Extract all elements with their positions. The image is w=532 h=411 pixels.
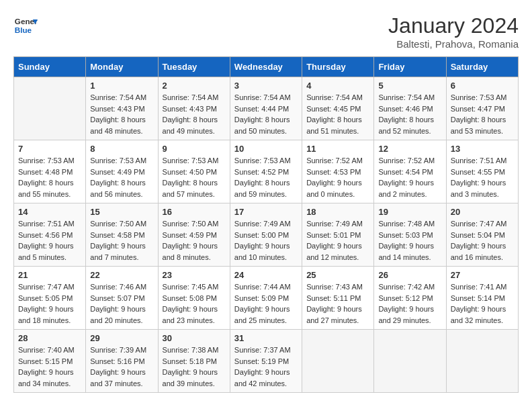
- day-info: Sunrise: 7:49 AM Sunset: 5:01 PM Dayligh…: [306, 218, 369, 263]
- day-info: Sunrise: 7:51 AM Sunset: 4:56 PM Dayligh…: [18, 218, 81, 263]
- day-info: Sunrise: 7:48 AM Sunset: 5:03 PM Dayligh…: [378, 218, 441, 263]
- calendar-cell: 14Sunrise: 7:51 AM Sunset: 4:56 PM Dayli…: [14, 203, 86, 267]
- day-number: 14: [18, 207, 81, 217]
- day-info: Sunrise: 7:54 AM Sunset: 4:45 PM Dayligh…: [306, 92, 369, 136]
- header-saturday: Saturday: [446, 57, 518, 77]
- day-number: 4: [306, 81, 369, 91]
- day-info: Sunrise: 7:42 AM Sunset: 5:12 PM Dayligh…: [378, 281, 441, 326]
- day-number: 22: [90, 270, 153, 280]
- day-number: 6: [451, 81, 514, 91]
- day-number: 12: [378, 144, 441, 154]
- day-info: Sunrise: 7:53 AM Sunset: 4:47 PM Dayligh…: [451, 92, 514, 136]
- day-info: Sunrise: 7:46 AM Sunset: 5:07 PM Dayligh…: [90, 281, 153, 326]
- calendar-week-row: 7Sunrise: 7:53 AM Sunset: 4:48 PM Daylig…: [14, 140, 519, 203]
- day-info: Sunrise: 7:52 AM Sunset: 4:54 PM Dayligh…: [378, 155, 441, 199]
- day-info: Sunrise: 7:49 AM Sunset: 5:00 PM Dayligh…: [234, 218, 298, 263]
- calendar-cell: 26Sunrise: 7:42 AM Sunset: 5:12 PM Dayli…: [374, 267, 446, 330]
- day-number: 8: [90, 144, 153, 154]
- calendar-cell: 13Sunrise: 7:51 AM Sunset: 4:55 PM Dayli…: [446, 140, 518, 203]
- header-friday: Friday: [374, 57, 446, 77]
- calendar-cell: 28Sunrise: 7:40 AM Sunset: 5:15 PM Dayli…: [14, 330, 86, 393]
- day-number: 3: [234, 81, 298, 91]
- calendar-cell: 20Sunrise: 7:47 AM Sunset: 5:04 PM Dayli…: [446, 203, 518, 267]
- day-number: 28: [18, 333, 81, 343]
- calendar-week-row: 1Sunrise: 7:54 AM Sunset: 4:43 PM Daylig…: [14, 77, 519, 140]
- day-info: Sunrise: 7:43 AM Sunset: 5:11 PM Dayligh…: [306, 281, 369, 326]
- calendar-week-row: 28Sunrise: 7:40 AM Sunset: 5:15 PM Dayli…: [14, 330, 519, 393]
- day-number: 7: [18, 144, 81, 154]
- calendar-cell: 3Sunrise: 7:54 AM Sunset: 4:44 PM Daylig…: [230, 77, 302, 140]
- calendar-table: SundayMondayTuesdayWednesdayThursdayFrid…: [13, 56, 519, 393]
- calendar-cell: 17Sunrise: 7:49 AM Sunset: 5:00 PM Dayli…: [230, 203, 302, 267]
- day-info: Sunrise: 7:54 AM Sunset: 4:43 PM Dayligh…: [90, 92, 153, 136]
- day-info: Sunrise: 7:51 AM Sunset: 4:55 PM Dayligh…: [451, 155, 514, 199]
- calendar-cell: 24Sunrise: 7:44 AM Sunset: 5:09 PM Dayli…: [230, 267, 302, 330]
- title-section: January 2024 Baltesti, Prahova, Romania: [388, 13, 519, 50]
- calendar-cell: [446, 330, 518, 393]
- day-info: Sunrise: 7:50 AM Sunset: 4:59 PM Dayligh…: [163, 218, 226, 263]
- calendar-week-row: 14Sunrise: 7:51 AM Sunset: 4:56 PM Dayli…: [14, 203, 519, 267]
- location-subtitle: Baltesti, Prahova, Romania: [388, 38, 519, 50]
- calendar-cell: 5Sunrise: 7:54 AM Sunset: 4:46 PM Daylig…: [374, 77, 446, 140]
- calendar-cell: 7Sunrise: 7:53 AM Sunset: 4:48 PM Daylig…: [14, 140, 86, 203]
- calendar-cell: 9Sunrise: 7:53 AM Sunset: 4:50 PM Daylig…: [158, 140, 230, 203]
- calendar-cell: 6Sunrise: 7:53 AM Sunset: 4:47 PM Daylig…: [446, 77, 518, 140]
- day-number: 19: [378, 207, 441, 217]
- calendar-cell: 23Sunrise: 7:45 AM Sunset: 5:08 PM Dayli…: [158, 267, 230, 330]
- day-info: Sunrise: 7:47 AM Sunset: 5:04 PM Dayligh…: [451, 218, 514, 263]
- calendar-cell: 11Sunrise: 7:52 AM Sunset: 4:53 PM Dayli…: [302, 140, 374, 203]
- day-info: Sunrise: 7:53 AM Sunset: 4:50 PM Dayligh…: [163, 155, 226, 199]
- day-info: Sunrise: 7:54 AM Sunset: 4:46 PM Dayligh…: [378, 92, 441, 136]
- day-number: 5: [378, 81, 441, 91]
- day-info: Sunrise: 7:44 AM Sunset: 5:09 PM Dayligh…: [234, 281, 298, 326]
- calendar-cell: 16Sunrise: 7:50 AM Sunset: 4:59 PM Dayli…: [158, 203, 230, 267]
- day-number: 27: [451, 270, 514, 280]
- day-info: Sunrise: 7:47 AM Sunset: 5:05 PM Dayligh…: [18, 281, 81, 326]
- calendar-cell: 2Sunrise: 7:54 AM Sunset: 4:43 PM Daylig…: [158, 77, 230, 140]
- day-number: 17: [234, 207, 298, 217]
- header-wednesday: Wednesday: [230, 57, 302, 77]
- day-info: Sunrise: 7:38 AM Sunset: 5:18 PM Dayligh…: [163, 345, 226, 389]
- calendar-cell: 18Sunrise: 7:49 AM Sunset: 5:01 PM Dayli…: [302, 203, 374, 267]
- calendar-cell: 19Sunrise: 7:48 AM Sunset: 5:03 PM Dayli…: [374, 203, 446, 267]
- day-number: 26: [378, 270, 441, 280]
- month-title: January 2024: [388, 13, 519, 38]
- calendar-cell: 10Sunrise: 7:53 AM Sunset: 4:52 PM Dayli…: [230, 140, 302, 203]
- calendar-cell: [302, 330, 374, 393]
- calendar-header-row: SundayMondayTuesdayWednesdayThursdayFrid…: [14, 57, 519, 77]
- day-number: 11: [306, 144, 369, 154]
- calendar-week-row: 21Sunrise: 7:47 AM Sunset: 5:05 PM Dayli…: [14, 267, 519, 330]
- day-info: Sunrise: 7:37 AM Sunset: 5:19 PM Dayligh…: [234, 345, 298, 389]
- day-info: Sunrise: 7:40 AM Sunset: 5:15 PM Dayligh…: [18, 345, 81, 389]
- day-number: 31: [234, 333, 298, 343]
- day-number: 21: [18, 270, 81, 280]
- header-monday: Monday: [86, 57, 158, 77]
- day-number: 30: [163, 333, 226, 343]
- day-number: 15: [90, 207, 153, 217]
- calendar-cell: 15Sunrise: 7:50 AM Sunset: 4:58 PM Dayli…: [86, 203, 158, 267]
- calendar-cell: 1Sunrise: 7:54 AM Sunset: 4:43 PM Daylig…: [86, 77, 158, 140]
- calendar-cell: 27Sunrise: 7:41 AM Sunset: 5:14 PM Dayli…: [446, 267, 518, 330]
- day-number: 10: [234, 144, 298, 154]
- calendar-cell: [374, 330, 446, 393]
- day-info: Sunrise: 7:54 AM Sunset: 4:43 PM Dayligh…: [163, 92, 226, 136]
- calendar-cell: 29Sunrise: 7:39 AM Sunset: 5:16 PM Dayli…: [86, 330, 158, 393]
- logo-icon: General Blue: [13, 13, 38, 38]
- day-number: 18: [306, 207, 369, 217]
- day-number: 23: [163, 270, 226, 280]
- day-number: 24: [234, 270, 298, 280]
- day-info: Sunrise: 7:45 AM Sunset: 5:08 PM Dayligh…: [163, 281, 226, 326]
- day-number: 25: [306, 270, 369, 280]
- logo: General Blue: [13, 13, 38, 38]
- svg-text:Blue: Blue: [15, 26, 32, 34]
- day-number: 9: [163, 144, 226, 154]
- day-info: Sunrise: 7:39 AM Sunset: 5:16 PM Dayligh…: [90, 345, 153, 389]
- calendar-cell: 21Sunrise: 7:47 AM Sunset: 5:05 PM Dayli…: [14, 267, 86, 330]
- calendar-cell: 4Sunrise: 7:54 AM Sunset: 4:45 PM Daylig…: [302, 77, 374, 140]
- day-info: Sunrise: 7:53 AM Sunset: 4:48 PM Dayligh…: [18, 155, 81, 199]
- day-number: 20: [451, 207, 514, 217]
- header-tuesday: Tuesday: [158, 57, 230, 77]
- calendar-cell: 8Sunrise: 7:53 AM Sunset: 4:49 PM Daylig…: [86, 140, 158, 203]
- day-number: 1: [90, 81, 153, 91]
- header-thursday: Thursday: [302, 57, 374, 77]
